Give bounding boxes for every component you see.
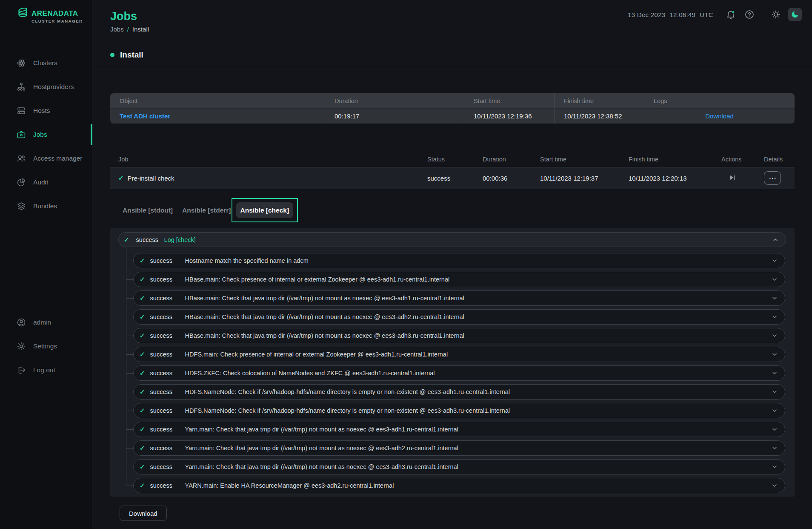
object-cluster-link[interactable]: Test ADH cluster: [120, 112, 170, 120]
chevron-down-icon[interactable]: [771, 370, 778, 377]
sidebar-item-settings[interactable]: Settings: [0, 334, 92, 358]
log-check-item[interactable]: ✓ success HBase.main: Check presence of …: [133, 272, 785, 287]
tree-connector: [126, 247, 126, 486]
log-item-text: HDFS.NameNode: Check if /srv/hadoop-hdfs…: [185, 388, 510, 395]
sidebar-item-hosts[interactable]: Hosts: [0, 99, 92, 123]
job-name[interactable]: Pre-install check: [128, 175, 174, 182]
timezone-text: UTC: [700, 11, 713, 18]
chevron-down-icon[interactable]: [771, 257, 778, 264]
log-item-text: HBase.main: Check that java tmp dir (/va…: [185, 332, 464, 339]
section-divider: [92, 67, 812, 67]
chevron-down-icon[interactable]: [771, 482, 778, 489]
chevron-down-icon[interactable]: [771, 295, 778, 302]
job-status-dot: [110, 53, 114, 57]
log-accordion-header[interactable]: ✓ success Log [check]: [118, 232, 786, 247]
success-check-icon: ✓: [140, 257, 145, 264]
sidebar-item-jobs[interactable]: Jobs: [0, 123, 92, 147]
object-table-header: Object Duration Start time Finish time L…: [110, 93, 795, 108]
date-text: 13 Dec 2023: [628, 11, 665, 18]
user-icon: [16, 317, 26, 328]
log-check-item[interactable]: ✓ success HBase.main: Check that java tm…: [133, 290, 785, 306]
dark-theme-button[interactable]: [788, 8, 802, 21]
success-check-icon: ✓: [140, 332, 145, 339]
log-check-item[interactable]: ✓ success Yarn.main: Check that java tmp…: [133, 459, 785, 474]
log-check-link[interactable]: Log [check]: [164, 236, 196, 243]
logo[interactable]: ARENADATA CLUSTER MANAGER: [0, 0, 92, 23]
success-check-icon: ✓: [124, 236, 129, 244]
log-check-item[interactable]: ✓ success Hostname match the specified n…: [133, 253, 785, 268]
clusters-icon: [16, 58, 26, 68]
sidebar-footer: admin Settings Log out: [0, 310, 92, 382]
chevron-down-icon[interactable]: [771, 313, 778, 320]
logs-download-link[interactable]: Download: [705, 112, 734, 120]
log-item-status: success: [150, 426, 175, 433]
tab-ansible-check[interactable]: Ansible [check]: [236, 202, 294, 218]
sidebar-item-label: Hostproviders: [33, 83, 74, 91]
log-item-status: success: [150, 295, 175, 302]
sidebar-item-access-manager[interactable]: Access manager: [0, 147, 92, 170]
chevron-down-icon[interactable]: [771, 426, 778, 433]
download-button[interactable]: Download: [120, 506, 167, 521]
sidebar-item-bundles[interactable]: Bundles: [0, 194, 92, 218]
sun-icon: [771, 9, 781, 20]
success-check-icon: ✓: [140, 388, 145, 396]
log-check-item[interactable]: ✓ success HBase.main: Check that java tm…: [133, 309, 785, 325]
chevron-down-icon[interactable]: [771, 332, 778, 339]
chevron-down-icon[interactable]: [771, 445, 778, 451]
job-details-button[interactable]: ⋯: [764, 171, 781, 185]
log-check-item[interactable]: ✓ success HBase.main: Check that java tm…: [133, 328, 785, 343]
log-item-text: Hostname match the specified name in adc…: [185, 257, 309, 264]
sidebar-item-admin[interactable]: admin: [0, 310, 92, 334]
notifications-button[interactable]: [724, 8, 737, 21]
skip-forward-icon[interactable]: [729, 174, 736, 183]
log-check-item[interactable]: ✓ success HDFS.NameNode: Check if /srv/h…: [133, 403, 785, 418]
bell-icon: [726, 9, 736, 20]
chevron-down-icon[interactable]: [771, 463, 778, 470]
object-finish-time-value: 10/11/2023 12:38:52: [554, 108, 644, 124]
object-duration-value: 00:19:17: [325, 108, 464, 124]
success-check-icon: ✓: [140, 351, 145, 358]
tab-ansible-stderr[interactable]: Ansible [stderr]: [178, 202, 235, 218]
breadcrumb-jobs[interactable]: Jobs: [110, 26, 124, 33]
light-theme-button[interactable]: [769, 8, 782, 21]
log-item-text: Yarn.main: Check that java tmp dir (/var…: [185, 445, 458, 451]
column-header-start-time: Start time: [464, 93, 554, 108]
tab-ansible-stdout[interactable]: Ansible [stdout]: [118, 202, 177, 218]
log-item-status: success: [150, 463, 175, 470]
sidebar-item-label: Hosts: [33, 107, 50, 115]
success-check-icon: ✓: [140, 407, 145, 414]
log-check-item[interactable]: ✓ success Yarn.main: Check that java tmp…: [133, 422, 785, 437]
sidebar: ARENADATA CLUSTER MANAGER Clusters Hostp…: [0, 0, 92, 529]
sidebar-item-label: Jobs: [33, 131, 47, 138]
content-area: Object Duration Start time Finish time L…: [92, 93, 812, 521]
chevron-down-icon[interactable]: [771, 351, 778, 358]
log-check-item[interactable]: ✓ success YARN.main: Enable HA ResourceM…: [133, 478, 785, 493]
log-item-text: HDFS.main: Check presence of internal or…: [185, 351, 448, 358]
chevron-up-icon[interactable]: [772, 236, 779, 243]
sidebar-item-label: Access manager: [33, 155, 82, 162]
sidebar-item-hostproviders[interactable]: Hostproviders: [0, 75, 92, 99]
chevron-down-icon[interactable]: [771, 388, 778, 395]
help-button[interactable]: [743, 8, 756, 21]
sidebar-item-clusters[interactable]: Clusters: [0, 51, 92, 75]
log-check-item[interactable]: ✓ success HDFS.ZKFC: Check colocation of…: [133, 365, 785, 381]
sidebar-item-label: Audit: [33, 178, 48, 186]
column-header-status: Status: [427, 152, 483, 167]
sidebar-item-logout[interactable]: Log out: [0, 358, 92, 382]
column-header-object: Object: [110, 93, 325, 108]
log-item-status: success: [150, 445, 175, 451]
sidebar-item-label: Bundles: [33, 202, 57, 210]
log-check-item[interactable]: ✓ success Yarn.main: Check that java tmp…: [133, 440, 785, 456]
success-check-icon: ✓: [140, 444, 145, 452]
log-check-item[interactable]: ✓ success HDFS.main: Check presence of i…: [133, 347, 785, 362]
job-finish-time-value: 10/11/2023 12:20:13: [629, 167, 721, 189]
chevron-down-icon[interactable]: [771, 276, 778, 283]
log-item-status: success: [150, 407, 175, 414]
log-item-status: success: [150, 482, 175, 489]
chevron-down-icon[interactable]: [771, 407, 778, 414]
breadcrumb-separator: /: [127, 26, 129, 33]
sidebar-item-label: Clusters: [33, 59, 57, 67]
log-check-item[interactable]: ✓ success HDFS.NameNode: Check if /srv/h…: [133, 384, 785, 400]
log-item-status: success: [150, 276, 175, 283]
sidebar-item-audit[interactable]: Audit: [0, 170, 92, 194]
